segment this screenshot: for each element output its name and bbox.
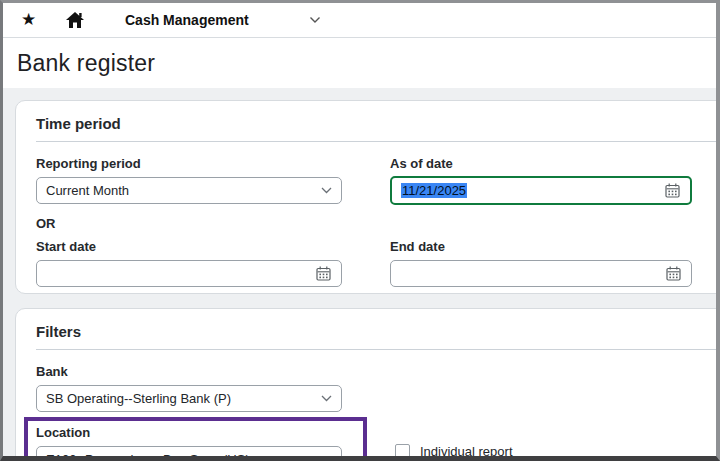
app-window: ★ Cash Management Bank register Time per… bbox=[0, 0, 720, 461]
reporting-period-label: Reporting period bbox=[36, 156, 342, 171]
bank-value: SB Operating--Sterling Bank (P) bbox=[46, 391, 315, 406]
end-date-input[interactable] bbox=[390, 260, 692, 287]
reporting-period-value: Current Month bbox=[46, 183, 315, 198]
as-of-date-label: As of date bbox=[390, 156, 692, 171]
calendar-icon[interactable] bbox=[315, 265, 332, 282]
page-title: Bank register bbox=[17, 50, 155, 77]
or-label: OR bbox=[36, 216, 709, 231]
chevron-down-icon bbox=[321, 395, 332, 402]
chevron-down-icon bbox=[321, 187, 332, 194]
filters-title: Filters bbox=[36, 319, 716, 350]
as-of-date-input[interactable]: 11/21/2025 bbox=[390, 176, 692, 205]
location-select[interactable]: E100--Purrsephone Day Spas (US) bbox=[36, 446, 342, 456]
start-date-input[interactable] bbox=[36, 260, 342, 287]
time-period-section: Time period Reporting period Current Mon… bbox=[15, 100, 716, 294]
location-highlight-annotation: Location E100--Purrsephone Day Spas (US) bbox=[24, 417, 367, 456]
end-date-label: End date bbox=[390, 239, 692, 254]
individual-report-checkbox[interactable] bbox=[395, 444, 410, 456]
start-date-label: Start date bbox=[36, 239, 342, 254]
location-label: Location bbox=[36, 425, 342, 440]
bank-label: Bank bbox=[36, 364, 342, 379]
calendar-icon[interactable] bbox=[665, 265, 682, 282]
calendar-icon[interactable] bbox=[664, 182, 681, 199]
home-icon[interactable] bbox=[65, 10, 85, 30]
app-menu-cash-management[interactable]: Cash Management bbox=[125, 12, 249, 28]
filters-section: Filters Bank SB Operating--Sterling Bank… bbox=[15, 308, 716, 456]
location-value: E100--Purrsephone Day Spas (US) bbox=[46, 452, 315, 456]
individual-report-field: Individual report bbox=[390, 412, 692, 456]
bank-select[interactable]: SB Operating--Sterling Bank (P) bbox=[36, 385, 342, 412]
individual-report-label: Individual report bbox=[420, 444, 513, 456]
page-header: Bank register bbox=[3, 38, 716, 88]
chevron-down-icon[interactable] bbox=[309, 16, 321, 24]
favorite-star-icon[interactable]: ★ bbox=[21, 9, 36, 30]
top-bar: ★ Cash Management bbox=[3, 3, 716, 38]
page-body: Time period Reporting period Current Mon… bbox=[3, 88, 716, 456]
time-period-title: Time period bbox=[36, 111, 716, 142]
reporting-period-select[interactable]: Current Month bbox=[36, 177, 342, 204]
as-of-date-value: 11/21/2025 bbox=[401, 183, 467, 198]
